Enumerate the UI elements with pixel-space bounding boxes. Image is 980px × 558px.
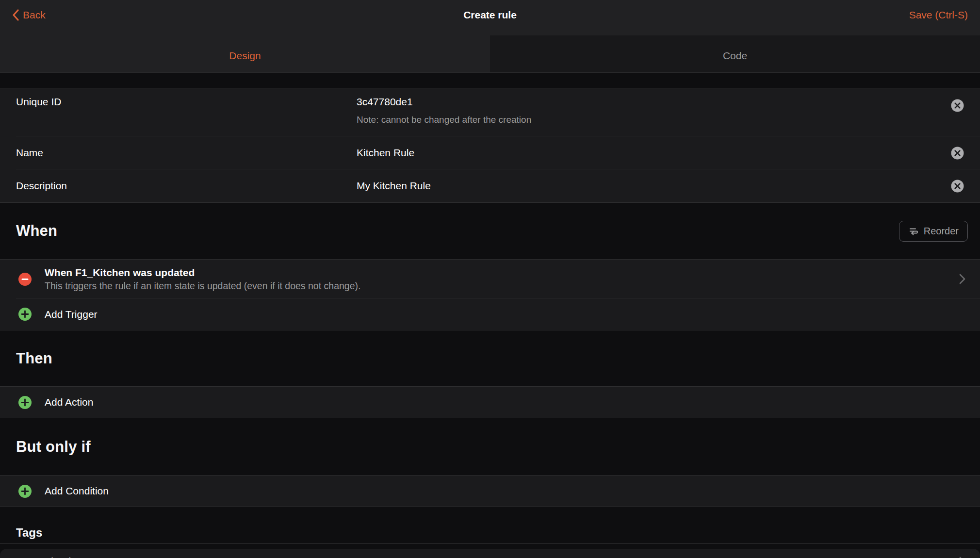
save-button[interactable]: Save (Ctrl-S) [909, 9, 968, 21]
name-row[interactable]: Name Kitchen Rule [0, 136, 980, 169]
tags-heading: Tags [16, 526, 42, 540]
semantic-class-value: None [916, 556, 940, 558]
tags-section-header: Tags [0, 507, 980, 549]
then-heading: Then [16, 350, 52, 367]
unique-id-label: Unique ID [16, 95, 357, 109]
plus-icon [18, 396, 32, 409]
name-label: Name [16, 146, 357, 160]
navbar: Back Create rule Save (Ctrl-S) [0, 0, 980, 35]
clear-icon[interactable] [951, 147, 964, 160]
clear-icon[interactable] [951, 99, 964, 112]
tabbar: Design Code [0, 35, 980, 73]
back-chevron-icon [12, 9, 19, 21]
semantic-class-row[interactable]: Semantic Class None [0, 549, 980, 558]
trigger-description: This triggers the rule if an item state … [45, 280, 953, 292]
add-action-button[interactable]: Add Action [0, 387, 980, 418]
reorder-label: Reorder [924, 226, 959, 237]
rule-info-list: Unique ID 3c47780de1 Note: cannot be cha… [0, 88, 980, 203]
but-only-if-heading: But only if [16, 438, 91, 456]
tab-code[interactable]: Code [490, 35, 980, 72]
tab-design[interactable]: Design [0, 35, 490, 72]
when-list: When F1_Kitchen was updated This trigger… [0, 259, 980, 330]
create-rule-page: Back Create rule Save (Ctrl-S) Design Co… [0, 0, 980, 558]
description-label: Description [16, 179, 357, 193]
plus-icon [18, 485, 32, 498]
add-action-label: Add Action [45, 396, 93, 408]
clear-icon[interactable] [951, 180, 964, 193]
reorder-icon [908, 226, 919, 236]
when-section-header: When Reorder [0, 203, 980, 259]
unique-id-note: Note: cannot be changed after the creati… [357, 114, 951, 126]
add-condition-button[interactable]: Add Condition [0, 476, 980, 507]
divider [0, 543, 980, 544]
description-row[interactable]: Description My Kitchen Rule [0, 169, 980, 202]
add-trigger-button[interactable]: Add Trigger [0, 298, 980, 330]
when-heading: When [16, 222, 57, 240]
remove-trigger-button[interactable] [18, 273, 32, 286]
back-label: Back [23, 9, 46, 21]
trigger-title: When F1_Kitchen was updated [45, 266, 953, 279]
spacer [0, 73, 980, 88]
chevron-right-icon [959, 274, 965, 284]
then-section-header: Then [0, 330, 980, 386]
tab-design-label: Design [229, 50, 261, 62]
add-trigger-label: Add Trigger [45, 309, 98, 320]
back-button[interactable]: Back [12, 9, 46, 21]
trigger-item[interactable]: When F1_Kitchen was updated This trigger… [0, 260, 980, 298]
but-only-if-section-header: But only if [0, 418, 980, 475]
plus-icon [18, 308, 32, 321]
tab-code-label: Code [723, 50, 747, 62]
then-list: Add Action [0, 386, 980, 418]
semantic-class-label: Semantic Class [16, 555, 87, 558]
but-only-if-list: Add Condition [0, 475, 980, 507]
unique-id-input[interactable]: 3c47780de1 [357, 95, 951, 109]
description-input[interactable]: My Kitchen Rule [357, 179, 951, 193]
add-condition-label: Add Condition [45, 485, 109, 497]
name-input[interactable]: Kitchen Rule [357, 146, 951, 160]
unique-id-row[interactable]: Unique ID 3c47780de1 Note: cannot be cha… [0, 88, 980, 136]
page-title: Create rule [0, 0, 980, 35]
reorder-button[interactable]: Reorder [899, 221, 968, 242]
